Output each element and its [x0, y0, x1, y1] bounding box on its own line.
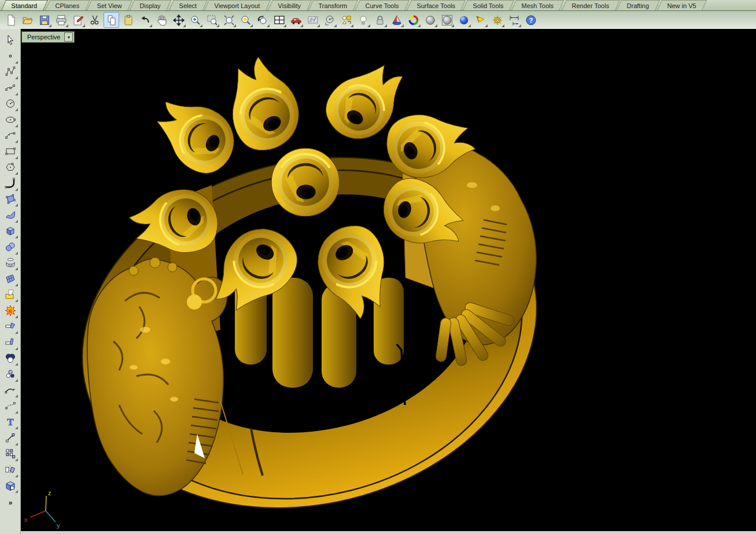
tab-display[interactable]: Display [130, 0, 171, 10]
explode-button[interactable] [3, 303, 18, 318]
mirror-button[interactable] [3, 462, 18, 477]
tab-visibility[interactable]: Visibility [268, 0, 312, 10]
boolean-circles-button[interactable] [3, 367, 18, 382]
render-blue-sphere-button[interactable] [456, 12, 471, 28]
notify-flag-button[interactable] [473, 12, 488, 28]
point-button[interactable] [3, 49, 18, 64]
zoom-previous-icon [257, 14, 268, 26]
box-button[interactable] [3, 223, 18, 238]
zoom-selected-button[interactable] [238, 12, 253, 28]
surface-sheet-button[interactable] [3, 208, 18, 223]
named-view-button[interactable] [288, 12, 304, 28]
undo-button[interactable] [137, 12, 153, 28]
sidebar-more-button[interactable]: » [9, 499, 12, 507]
torus-icon [5, 257, 16, 268]
fillet-curve-button[interactable] [3, 176, 18, 191]
arc-button[interactable] [3, 128, 18, 143]
curve-button[interactable] [3, 80, 18, 95]
extend-curve-button[interactable] [3, 382, 18, 397]
tab-viewport-layout[interactable]: Viewport Layout [204, 0, 271, 10]
viewport-title[interactable]: Perspective ▼ [21, 31, 75, 43]
explode-icon [5, 305, 16, 316]
surface-3pt-button[interactable] [3, 191, 18, 207]
render-sphere-button[interactable] [422, 12, 438, 28]
tab-new-in-v5[interactable]: New in V5 [657, 0, 707, 10]
osnap-button[interactable] [338, 12, 354, 28]
solid-union-button[interactable] [3, 478, 18, 493]
pointer-button[interactable] [3, 32, 18, 47]
cplane-button[interactable] [322, 12, 337, 28]
print-button[interactable] [53, 12, 69, 28]
open-file-button[interactable] [20, 12, 35, 28]
new-file-button[interactable] [3, 12, 19, 28]
point-icon [5, 50, 16, 62]
polygon-button[interactable] [3, 160, 18, 175]
viewport-canvas[interactable]: z x y [21, 29, 756, 531]
zoom-window-button[interactable] [204, 12, 220, 28]
viewport-dropdown-button[interactable]: ▼ [64, 32, 73, 42]
help-button[interactable]: ? [523, 12, 539, 28]
polyline-button[interactable] [3, 64, 18, 79]
puzzle-icon [5, 289, 16, 300]
tab-mesh-tools[interactable]: Mesh Tools [511, 0, 564, 10]
tab-surface-tools[interactable]: Surface Tools [407, 0, 466, 10]
dimension-button[interactable] [506, 12, 522, 28]
cut-button[interactable] [87, 12, 102, 28]
text-button[interactable]: T [3, 414, 18, 429]
save-button[interactable] [36, 12, 52, 28]
move-button[interactable] [3, 430, 18, 445]
left-shoulder-carving [87, 257, 227, 496]
left-tool-sidebar: T » [0, 29, 21, 534]
zoom-previous-button[interactable] [255, 12, 270, 28]
zoom-extents-button[interactable] [221, 12, 237, 28]
sphere-cylinder-button[interactable] [3, 240, 18, 255]
tab-set-view[interactable]: Set View [87, 0, 132, 10]
rebuild-curve-icon [5, 400, 16, 412]
color-wheel-button[interactable] [405, 12, 421, 28]
export-annotate-button[interactable] [70, 12, 86, 28]
rotate-view-button[interactable] [171, 12, 186, 28]
boolean-circles-icon [5, 369, 16, 380]
viewport-layout-button[interactable] [271, 12, 287, 28]
shaded-mode-button[interactable] [389, 12, 404, 28]
light-bulb-button[interactable] [355, 12, 371, 28]
rebuild-curve-button[interactable] [3, 399, 18, 414]
render-sphere-boxed-button[interactable] [439, 12, 455, 28]
tab-cplanes[interactable]: CPlanes [45, 0, 90, 10]
puzzle-button[interactable] [3, 287, 18, 302]
surface-sheet-icon [5, 209, 16, 221]
mirror-icon [5, 464, 16, 476]
circle-button[interactable] [3, 96, 18, 111]
surface-grid-button[interactable] [3, 271, 18, 286]
tab-solid-tools[interactable]: Solid Tools [463, 0, 514, 10]
gear-button[interactable] [489, 12, 505, 28]
perspective-viewport[interactable]: Perspective ▼ [21, 29, 756, 531]
torus-button[interactable] [3, 255, 18, 270]
map-button[interactable] [305, 12, 320, 28]
trim-icon [5, 321, 16, 332]
tab-curve-tools[interactable]: Curve Tools [355, 0, 410, 10]
rectangle-button[interactable] [3, 144, 18, 159]
tab-transform[interactable]: Transform [308, 0, 358, 10]
boolean-union-icon [5, 352, 16, 364]
tab-render-tools[interactable]: Render Tools [562, 0, 620, 10]
ellipse-button[interactable] [3, 112, 18, 127]
tab-drafting[interactable]: Drafting [617, 0, 660, 10]
zoom-in-button[interactable] [187, 12, 203, 28]
trim-button[interactable] [3, 319, 18, 334]
viewport-title-label: Perspective [27, 34, 60, 40]
tab-select[interactable]: Select [169, 0, 208, 10]
export-annotate-icon [72, 14, 84, 26]
copy-button[interactable] [104, 12, 119, 28]
pan-button[interactable] [154, 12, 169, 28]
ring-model[interactable] [45, 49, 574, 531]
light-bulb-icon [357, 14, 369, 26]
tab-standard[interactable]: Standard [1, 0, 48, 10]
array-button[interactable] [3, 446, 18, 461]
ellipse-icon [5, 114, 16, 126]
paste-button[interactable] [120, 12, 136, 28]
split-button[interactable] [3, 335, 18, 350]
help-icon: ? [525, 14, 537, 26]
lock-button[interactable] [372, 12, 388, 28]
boolean-union-button[interactable] [3, 351, 18, 366]
